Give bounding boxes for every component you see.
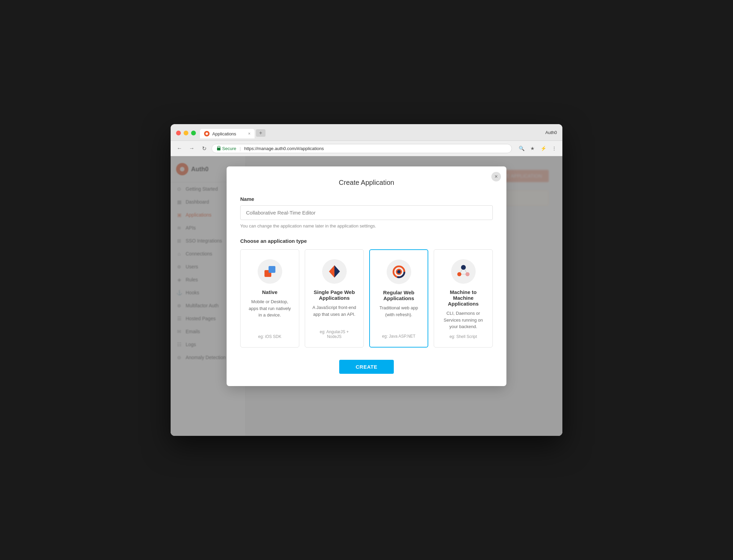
m2m-card-name: Machine to Machine Applications — [441, 289, 486, 307]
minimize-traffic-light[interactable] — [184, 131, 188, 135]
browser-tab-applications[interactable]: Applications × — [200, 129, 255, 138]
secure-badge: Secure — [217, 146, 236, 151]
address-field[interactable]: Secure | https://manage.auth0.com/#/appl… — [212, 144, 512, 153]
address-icons: 🔍 ★ ⚡ ⋮ — [517, 144, 558, 152]
svg-rect-4 — [269, 266, 275, 273]
address-separator: | — [240, 146, 241, 151]
m2m-card-eg: eg: Shell Script — [449, 334, 477, 339]
tab-close-button[interactable]: × — [248, 132, 250, 136]
app-type-card-native[interactable]: Native Mobile or Desktop, apps that run … — [240, 249, 299, 348]
modal-footer: CREATE — [240, 358, 493, 374]
app-types-grid: Native Mobile or Desktop, apps that run … — [240, 249, 493, 348]
traffic-lights — [176, 131, 196, 135]
svg-marker-8 — [334, 265, 340, 271]
bookmark-icon[interactable]: ★ — [528, 144, 536, 152]
tab-title: Applications — [212, 131, 245, 136]
browser-window: Applications × + Auth0 ← → ↻ Secure | ht… — [171, 124, 562, 436]
native-card-desc: Mobile or Desktop, apps that run nativel… — [247, 298, 292, 330]
modal-title: Create Application — [240, 179, 493, 187]
svg-point-17 — [457, 272, 461, 276]
spa-card-eg: eg: AngularJS + NodeJS — [312, 329, 357, 339]
tab-favicon — [204, 131, 210, 136]
spa-app-icon — [322, 259, 347, 284]
close-traffic-light[interactable] — [176, 131, 181, 135]
name-label: Name — [240, 196, 493, 202]
app-name-input[interactable] — [240, 205, 493, 220]
modal-close-button[interactable]: × — [491, 172, 501, 181]
forward-button[interactable]: → — [187, 144, 197, 153]
profile-name: Auth0 — [545, 130, 557, 135]
create-application-button[interactable]: CREATE — [339, 360, 394, 374]
svg-point-12 — [397, 270, 401, 274]
native-card-name: Native — [262, 289, 277, 295]
address-url: https://manage.auth0.com/#/applications — [244, 146, 324, 151]
reload-button[interactable]: ↻ — [199, 144, 209, 153]
svg-marker-6 — [329, 265, 334, 278]
extension-icon[interactable]: ⚡ — [539, 144, 547, 152]
rwa-card-desc: Traditional web app (with refresh). — [377, 305, 421, 330]
modal-overlay: Create Application × Name You can change… — [171, 156, 562, 436]
browser-titlebar: Applications × + Auth0 — [171, 124, 562, 141]
native-app-icon — [258, 259, 282, 284]
svg-point-16 — [461, 265, 466, 270]
back-button[interactable]: ← — [175, 144, 184, 153]
native-card-eg: eg: iOS SDK — [258, 334, 281, 339]
rwa-card-eg: eg: Java ASP.NET — [382, 334, 416, 339]
m2m-app-icon — [451, 259, 476, 284]
spa-card-desc: A JavaScript front-end app that uses an … — [312, 304, 357, 325]
browser-content: Auth0 ⊙ Getting Started ▦ Dashboard ▣ Ap… — [171, 156, 562, 436]
search-icon[interactable]: 🔍 — [517, 144, 526, 152]
new-tab-button[interactable]: + — [256, 129, 265, 137]
tab-bar: Applications × + — [200, 128, 557, 138]
rwa-card-name: Regular Web Applications — [377, 290, 421, 301]
rwa-app-icon — [387, 260, 411, 284]
fullscreen-traffic-light[interactable] — [191, 131, 196, 135]
create-application-modal: Create Application × Name You can change… — [227, 166, 506, 386]
type-section-label: Choose an application type — [240, 238, 493, 244]
spa-card-name: Single Page Web Applications — [312, 289, 357, 301]
svg-rect-1 — [217, 148, 220, 150]
svg-point-18 — [465, 272, 470, 276]
app-type-card-m2m[interactable]: Machine to Machine Applications CLI, Dae… — [434, 249, 493, 348]
menu-icon[interactable]: ⋮ — [550, 144, 558, 152]
address-bar-row: ← → ↻ Secure | https://manage.auth0.com/… — [171, 141, 562, 156]
m2m-card-desc: CLI, Daemons or Services running on your… — [441, 310, 486, 330]
app-type-card-spa[interactable]: Single Page Web Applications A JavaScrip… — [305, 249, 364, 348]
app-type-card-rwa[interactable]: Regular Web Applications Traditional web… — [369, 249, 428, 348]
name-hint: You can change the application name late… — [240, 223, 493, 229]
